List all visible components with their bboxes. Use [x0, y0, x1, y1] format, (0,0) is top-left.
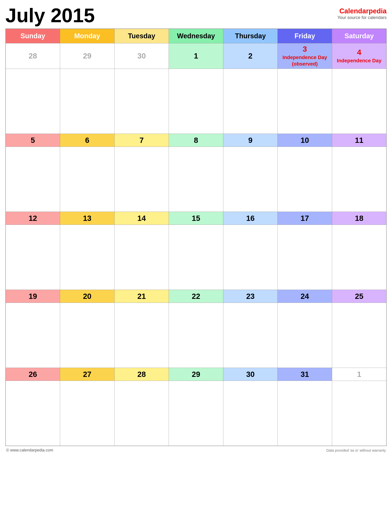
week-5-day-4-date[interactable]: 29: [169, 368, 223, 381]
week-5-day-4-content[interactable]: [169, 381, 223, 446]
week-1-day-3-content[interactable]: [114, 69, 169, 134]
week-1-day-1-content[interactable]: [6, 69, 60, 134]
week-3-date-row: 12131415161718: [6, 212, 386, 225]
week-3-day-7-date[interactable]: 18: [332, 212, 386, 225]
page: July 2015 Calendarpedia Your source for …: [0, 0, 392, 532]
footer-disclaimer: Data provided 'as is' without warranty: [326, 448, 386, 452]
header-monday: Monday: [60, 29, 115, 43]
week-3-content-row: [6, 225, 386, 290]
week-4-day-6-content[interactable]: [278, 303, 332, 368]
week-2-day-4-content[interactable]: [169, 147, 223, 212]
week-1-content-row: [6, 69, 386, 134]
week-4-day-7-date[interactable]: 25: [332, 290, 386, 303]
week-2-day-7-date[interactable]: 11: [332, 134, 386, 147]
brand: Calendarpedia Your source for calendars: [337, 5, 387, 20]
week-4-day-2-date[interactable]: 20: [60, 290, 115, 303]
week-4-day-4-content[interactable]: [169, 303, 223, 368]
week-3-day-4-date[interactable]: 15: [169, 212, 223, 225]
week-3-day-6-date[interactable]: 17: [278, 212, 332, 225]
week-1-day-4-date[interactable]: 1: [169, 43, 223, 69]
week-4-day-5-content[interactable]: [223, 303, 278, 368]
week-3-day-2-content[interactable]: [60, 225, 115, 290]
week-2-day-1-date[interactable]: 5: [6, 134, 60, 147]
header-tuesday: Tuesday: [114, 29, 169, 43]
week-3-day-5-content[interactable]: [223, 225, 278, 290]
week-1-date-row: 282930123Independence Day (observed)4Ind…: [6, 43, 386, 69]
week-1-day-7-content[interactable]: [332, 69, 386, 134]
week-4-day-1-date[interactable]: 19: [6, 290, 60, 303]
week-2-day-5-date[interactable]: 9: [223, 134, 278, 147]
brand-name-text: Calendar: [339, 7, 369, 15]
week-5-day-6-content[interactable]: [278, 381, 332, 446]
week-3-day-6-content[interactable]: [278, 225, 332, 290]
week-2-day-6-content[interactable]: [278, 147, 332, 212]
week-5-content-row: [6, 381, 386, 446]
week-1-day-2-date[interactable]: 29: [60, 43, 115, 69]
holiday-label-3: Independence Day (observed): [279, 53, 331, 67]
week-4-date-row: 19202122232425: [6, 290, 386, 303]
week-5-date-row: 2627282930311: [6, 368, 386, 381]
week-5-day-2-content[interactable]: [60, 381, 115, 446]
day-header-row: Sunday Monday Tuesday Wednesday Thursday…: [6, 29, 386, 43]
brand-name: Calendarpedia: [337, 7, 387, 15]
week-1-day-6-content[interactable]: [278, 69, 332, 134]
week-5-day-1-content[interactable]: [6, 381, 60, 446]
brand-tagline: Your source for calendars: [337, 15, 387, 20]
week-1-day-3-date[interactable]: 30: [114, 43, 169, 69]
week-2-day-4-date[interactable]: 8: [169, 134, 223, 147]
week-1-day-4-content[interactable]: [169, 69, 223, 134]
week-5-day-2-date[interactable]: 27: [60, 368, 115, 381]
footer: © www.calendarpedia.com Data provided 'a…: [5, 448, 387, 452]
week-3-day-1-content[interactable]: [6, 225, 60, 290]
week-1-day-2-content[interactable]: [60, 69, 115, 134]
week-3-day-3-date[interactable]: 14: [114, 212, 169, 225]
week-2-day-6-date[interactable]: 10: [278, 134, 332, 147]
week-4-day-6-date[interactable]: 24: [278, 290, 332, 303]
week-1-day-5-content[interactable]: [223, 69, 278, 134]
header-thursday: Thursday: [223, 29, 278, 43]
week-1-day-5-date[interactable]: 2: [223, 43, 278, 69]
week-5-day-3-content[interactable]: [114, 381, 169, 446]
week-4-day-5-date[interactable]: 23: [223, 290, 278, 303]
week-3-day-7-content[interactable]: [332, 225, 386, 290]
week-3-day-2-date[interactable]: 13: [60, 212, 115, 225]
calendar-header: Sunday Monday Tuesday Wednesday Thursday…: [6, 29, 386, 43]
week-5-day-7-date[interactable]: 1: [332, 368, 386, 381]
calendar-body: 282930123Independence Day (observed)4Ind…: [6, 43, 386, 446]
header-wednesday: Wednesday: [169, 29, 223, 43]
week-4-day-7-content[interactable]: [332, 303, 386, 368]
week-4-day-3-date[interactable]: 21: [114, 290, 169, 303]
week-3-day-3-content[interactable]: [114, 225, 169, 290]
week-4-content-row: [6, 303, 386, 368]
week-5-day-7-content[interactable]: [332, 381, 386, 446]
week-2-day-3-content[interactable]: [114, 147, 169, 212]
week-1-day-1-date[interactable]: 28: [6, 43, 60, 69]
week-2-day-5-content[interactable]: [223, 147, 278, 212]
brand-accent: pedia: [369, 7, 387, 15]
week-2-day-1-content[interactable]: [6, 147, 60, 212]
month-title: July 2015: [5, 5, 95, 25]
week-5-day-6-date[interactable]: 31: [278, 368, 332, 381]
week-5-day-5-content[interactable]: [223, 381, 278, 446]
header-saturday: Saturday: [332, 29, 386, 43]
week-3-day-1-date[interactable]: 12: [6, 212, 60, 225]
week-3-day-4-content[interactable]: [169, 225, 223, 290]
week-1-day-6-date[interactable]: 3Independence Day (observed): [278, 43, 332, 69]
week-2-day-3-date[interactable]: 7: [114, 134, 169, 147]
week-2-day-2-date[interactable]: 6: [60, 134, 115, 147]
week-1-day-7-date[interactable]: 4Independence Day: [332, 43, 386, 69]
week-5-day-3-date[interactable]: 28: [114, 368, 169, 381]
week-2-date-row: 567891011: [6, 134, 386, 147]
week-4-day-4-date[interactable]: 22: [169, 290, 223, 303]
week-5-day-1-date[interactable]: 26: [6, 368, 60, 381]
week-2-day-7-content[interactable]: [332, 147, 386, 212]
week-4-day-1-content[interactable]: [6, 303, 60, 368]
holiday-label-4: Independence Day: [334, 57, 385, 64]
header: July 2015 Calendarpedia Your source for …: [5, 5, 387, 25]
week-4-day-3-content[interactable]: [114, 303, 169, 368]
week-3-day-5-date[interactable]: 16: [223, 212, 278, 225]
week-2-day-2-content[interactable]: [60, 147, 115, 212]
week-4-day-2-content[interactable]: [60, 303, 115, 368]
week-2-content-row: [6, 147, 386, 212]
week-5-day-5-date[interactable]: 30: [223, 368, 278, 381]
